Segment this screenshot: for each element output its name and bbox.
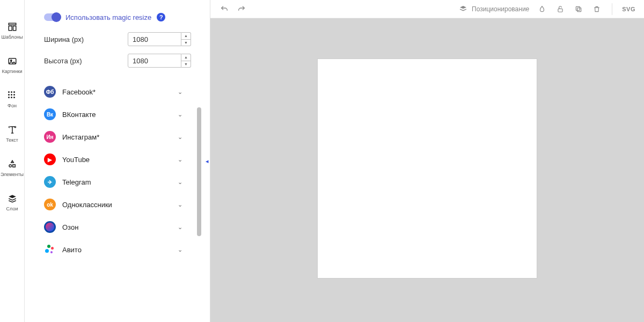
left-rail: Шаблоны Картинки Фон Текст Элементы Слои <box>0 0 25 322</box>
facebook-icon: Фб <box>44 86 56 98</box>
ok-icon: ok <box>44 199 56 210</box>
width-label: Ширина (px) <box>44 35 84 43</box>
preset-vk[interactable]: ВкВКонтакте⌄ <box>44 103 182 126</box>
width-stepper[interactable]: ▲▼ <box>181 32 191 46</box>
sidebar-panel: Использовать magic resize ? Ширина (px) … <box>25 0 204 322</box>
preset-telegram[interactable]: ✈Telegram⌄ <box>44 171 182 193</box>
positioning-label[interactable]: Позиционирование <box>472 5 529 13</box>
templates-icon <box>7 21 18 32</box>
avito-icon <box>44 244 56 255</box>
chevron-up-icon[interactable]: ▲ <box>181 54 191 61</box>
chevron-up-icon[interactable]: ▲ <box>181 33 191 40</box>
svg-rect-6 <box>12 165 15 167</box>
copy-icon[interactable] <box>573 4 584 14</box>
drop-icon[interactable] <box>537 4 547 14</box>
delete-icon[interactable] <box>591 4 602 14</box>
svg-rect-0 <box>9 23 16 25</box>
rail-elements[interactable]: Элементы <box>0 159 24 177</box>
height-label: Высота (px) <box>44 57 82 65</box>
telegram-icon: ✈ <box>44 176 56 188</box>
ozon-icon <box>44 221 56 233</box>
svg-rect-1 <box>9 26 12 31</box>
canvas-area: Позиционирование SVG <box>210 0 644 322</box>
height-stepper[interactable]: ▲▼ <box>181 54 191 68</box>
rail-templates[interactable]: Шаблоны <box>0 21 24 40</box>
chevron-down-icon[interactable]: ▼ <box>181 61 191 68</box>
chevron-down-icon[interactable]: ▼ <box>181 40 191 46</box>
lock-icon[interactable] <box>555 4 566 14</box>
magic-resize-toggle[interactable] <box>44 13 60 21</box>
vk-icon: Вк <box>44 108 56 120</box>
preset-avito[interactable]: Авито⌄ <box>44 238 182 261</box>
help-icon[interactable]: ? <box>157 13 165 21</box>
youtube-icon: ▶ <box>44 153 56 165</box>
svg-point-5 <box>9 165 12 167</box>
instagram-icon: Ин <box>44 131 56 143</box>
presets-list: ФбFacebook*⌄ ВкВКонтакте⌄ ИнИнстаграм*⌄ … <box>44 80 191 261</box>
chevron-down-icon: ⌄ <box>178 134 182 141</box>
svg-export-button[interactable]: SVG <box>622 6 635 12</box>
svg-rect-2 <box>13 26 16 31</box>
rail-images[interactable]: Картинки <box>0 56 24 74</box>
artboard[interactable] <box>318 59 537 278</box>
elements-icon <box>7 159 18 170</box>
chevron-down-icon: ⌄ <box>178 246 182 253</box>
rail-text[interactable]: Текст <box>0 125 24 143</box>
redo-button[interactable] <box>236 4 247 14</box>
magic-resize-label: Использовать magic resize <box>65 13 151 21</box>
preset-youtube[interactable]: ▶YouTube⌄ <box>44 148 182 171</box>
preset-instagram[interactable]: ИнИнстаграм*⌄ <box>44 126 182 148</box>
chevron-down-icon: ⌄ <box>178 111 182 118</box>
preset-ozon[interactable]: Озон⌄ <box>44 216 182 238</box>
height-input[interactable] <box>128 54 181 68</box>
canvas-background[interactable] <box>210 18 644 322</box>
chevron-left-icon: ◂ <box>206 158 209 165</box>
svg-point-4 <box>10 60 11 61</box>
layers-icon <box>7 193 18 204</box>
text-icon <box>7 125 18 135</box>
image-icon <box>7 56 18 67</box>
positioning-icon[interactable] <box>458 4 469 14</box>
canvas-toolbar: Позиционирование SVG <box>210 0 644 18</box>
chevron-down-icon: ⌄ <box>178 201 182 208</box>
background-icon <box>7 90 18 101</box>
rail-layers[interactable]: Слои <box>0 193 24 211</box>
preset-ok[interactable]: okОдноклассники⌄ <box>44 193 182 216</box>
chevron-down-icon: ⌄ <box>178 89 182 96</box>
preset-facebook[interactable]: ФбFacebook*⌄ <box>44 80 182 103</box>
undo-button[interactable] <box>219 4 230 14</box>
width-input[interactable] <box>128 32 181 46</box>
svg-rect-8 <box>577 8 581 11</box>
collapse-sidebar-handle[interactable]: ◂ <box>204 0 210 322</box>
chevron-down-icon: ⌄ <box>178 179 182 186</box>
svg-rect-7 <box>558 9 562 12</box>
rail-background[interactable]: Фон <box>0 90 24 108</box>
toolbar-divider <box>612 3 612 15</box>
chevron-down-icon: ⌄ <box>178 224 182 231</box>
svg-rect-9 <box>576 6 580 10</box>
chevron-down-icon: ⌄ <box>178 156 182 163</box>
sidebar-scrollbar[interactable] <box>195 107 204 322</box>
